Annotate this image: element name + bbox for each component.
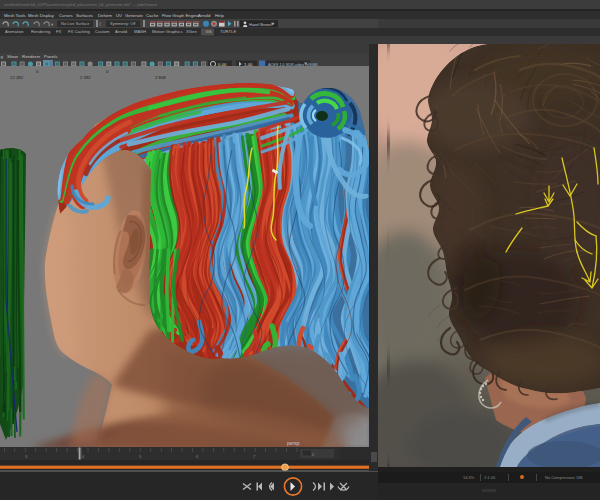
svg-text:FX: FX	[56, 29, 62, 34]
svg-text:Symmetry: Off: Symmetry: Off	[110, 21, 136, 26]
svg-text:No Compression 16K: No Compression 16K	[545, 475, 583, 480]
svg-text:14.3%: 14.3%	[463, 475, 475, 480]
svg-text:Custom: Custom	[95, 29, 110, 34]
svg-text:Deform: Deform	[98, 13, 113, 18]
svg-text:Generate: Generate	[125, 13, 144, 18]
svg-text:Panels: Panels	[44, 54, 58, 59]
svg-text:Mesh Tools: Mesh Tools	[4, 13, 26, 18]
svg-text:XGen: XGen	[186, 29, 197, 34]
svg-text:Help: Help	[215, 13, 224, 18]
svg-text:No Live Surface: No Live Surface	[61, 21, 90, 26]
svg-text:Surfaces: Surfaces	[76, 13, 93, 18]
svg-text:untitledGroom3d_02/Placement/s: untitledGroom3d_02/Placement/styled_plac…	[4, 2, 157, 7]
svg-text:Renderer: Renderer	[22, 54, 41, 59]
svg-text:Arnold: Arnold	[115, 29, 128, 34]
svg-text:Show: Show	[7, 54, 19, 59]
svg-text:1:1.00: 1:1.00	[484, 475, 496, 480]
svg-text:Hazel Brown: Hazel Brown	[249, 22, 272, 27]
svg-text:UV: UV	[116, 13, 122, 18]
svg-text:Motion Graphics: Motion Graphics	[152, 29, 183, 34]
svg-text:MASH: MASH	[134, 29, 146, 34]
svg-text:GS: GS	[206, 29, 212, 34]
svg-text:Cache: Cache	[146, 13, 159, 18]
svg-text:Arnold: Arnold	[198, 13, 211, 18]
svg-text:FX Caching: FX Caching	[68, 29, 91, 34]
svg-text:2 808: 2 808	[155, 75, 166, 80]
svg-text:12 282: 12 282	[10, 75, 24, 80]
svg-text:Animation: Animation	[5, 29, 24, 34]
svg-text:Flow Graph Engine: Flow Graph Engine	[162, 13, 199, 18]
svg-text:TURTLE: TURTLE	[220, 29, 236, 34]
svg-text:Mesh Display: Mesh Display	[28, 13, 55, 18]
svg-text:Curves: Curves	[59, 13, 73, 18]
svg-text:Rendering: Rendering	[31, 29, 51, 34]
svg-text:persp: persp	[287, 440, 300, 446]
svg-text:2 382: 2 382	[80, 75, 91, 80]
